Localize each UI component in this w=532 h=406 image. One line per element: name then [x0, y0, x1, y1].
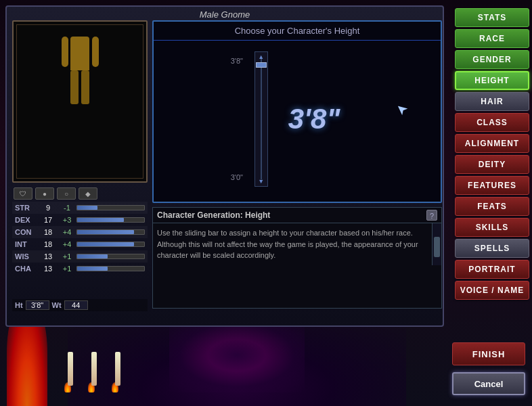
height-slider[interactable]: ▲ ▼ [254, 51, 268, 187]
nav-btn-hair[interactable]: HAIR [455, 92, 529, 111]
nav-btn-alignment[interactable]: ALIGNMENT [455, 134, 529, 153]
stat-bar-int [76, 242, 145, 247]
stats-table: STR 9 -1 DEX 17 +3 CON 18 +4 INT 18 [12, 202, 148, 275]
stat-name-dex: DEX [15, 216, 39, 224]
cancel-label: Cancel [474, 379, 504, 389]
bottom-stats: Ht 3'8" Wt 44 [12, 299, 148, 311]
stat-row-str: STR 9 -1 [12, 202, 148, 214]
nav-btn-deity[interactable]: DEITY [455, 155, 529, 174]
icon-row: 🛡 ● ○ ◆ [12, 186, 148, 201]
stat-name-cha: CHA [15, 265, 39, 273]
stat-name-wis: WIS [15, 252, 39, 261]
icon-coin[interactable]: ● [35, 187, 54, 200]
icon-shield[interactable]: 🛡 [14, 187, 32, 200]
nav-btn-features[interactable]: FEATURES [455, 176, 529, 195]
candle-1-body [68, 352, 73, 386]
info-scrollbar[interactable] [432, 223, 441, 265]
stat-row-wis: WIS 13 +1 [12, 250, 148, 263]
slider-up-arrow[interactable]: ▲ [258, 53, 264, 60]
stat-bar-fill-con [77, 230, 134, 234]
info-body: Use the sliding bar to assign a height t… [153, 223, 441, 265]
stat-mod-str: -1 [58, 204, 76, 212]
stat-row-con: CON 18 +4 [12, 226, 148, 238]
slider-wrapper: 3'8" ▲ ▼ 3'0" [254, 51, 268, 187]
ht-value: 3'8" [26, 300, 49, 310]
stat-val-con: 18 [39, 228, 58, 236]
figure-leg-left [70, 70, 79, 104]
stat-bar-fill-int [77, 242, 134, 246]
height-content: 3'8" ▲ ▼ 3'0" 3'8" ➤ [154, 41, 441, 197]
character-figure [14, 22, 146, 181]
help-button[interactable]: ? [426, 210, 437, 221]
height-current-value: 3'8" [288, 103, 340, 135]
stat-mod-dex: +3 [58, 216, 76, 224]
nav-btn-feats[interactable]: FEATS [455, 197, 529, 216]
stat-bar-con [76, 229, 145, 235]
finish-button[interactable]: FINISH [452, 342, 525, 365]
stat-val-str: 9 [39, 204, 58, 212]
stat-bar-wis [76, 254, 145, 259]
figure-arm-right [92, 37, 99, 67]
stat-row-cha: CHA 13 +1 [12, 263, 148, 275]
stat-val-wis: 13 [39, 252, 58, 261]
info-text: Use the sliding bar to assign a height t… [153, 223, 441, 265]
height-label-bottom: 3'0" [231, 173, 243, 181]
stat-val-cha: 13 [39, 265, 58, 273]
wt-label: Wt [52, 301, 62, 309]
stat-mod-con: +4 [58, 228, 76, 236]
stat-row-int: INT 18 +4 [12, 238, 148, 250]
figure-arm-left [62, 37, 68, 67]
stat-val-dex: 17 [39, 216, 58, 224]
stat-val-int: 18 [39, 240, 58, 248]
height-label-top: 3'8" [231, 57, 243, 65]
slider-thumb[interactable] [256, 62, 267, 68]
stat-name-con: CON [15, 228, 39, 236]
scroll-thumb[interactable] [434, 237, 440, 257]
slider-track [261, 59, 262, 179]
nav-btn-stats[interactable]: STATS [455, 8, 529, 27]
stat-mod-wis: +1 [58, 252, 76, 261]
stat-bar-fill-cha [77, 267, 108, 271]
stat-name-int: INT [15, 240, 39, 248]
stat-mod-cha: +1 [58, 265, 76, 273]
slider-down-arrow[interactable]: ▼ [258, 178, 264, 185]
cancel-button[interactable]: Cancel [452, 372, 525, 395]
stat-bar-dex [76, 217, 145, 223]
main-window: Male Gnome 🛡 ● ○ [5, 5, 444, 327]
height-selector: Choose your Character's Height 3'8" ▲ ▼ … [152, 20, 442, 203]
nav-btn-gender[interactable]: GENDER [455, 50, 529, 69]
candle-3-body [115, 352, 120, 386]
candle-2-body [91, 352, 97, 386]
wt-value: 44 [64, 300, 88, 310]
stat-bar-str [76, 205, 145, 210]
figure-torso [70, 37, 89, 70]
character-panel [12, 20, 148, 183]
nav-btn-portrait[interactable]: PORTRAIT [455, 260, 529, 279]
figure-legs [60, 70, 100, 104]
nav-btn-spells[interactable]: SPELLS [455, 239, 529, 258]
character-silhouette [60, 51, 100, 152]
figure-arms [62, 37, 99, 70]
stat-name-str: STR [15, 204, 39, 212]
stat-bar-fill-dex [77, 218, 124, 222]
info-title: Character Generation: Height [157, 210, 270, 220]
nav-btn-height[interactable]: HEIGHT [455, 71, 529, 90]
figure-leg-right [81, 70, 89, 104]
ht-label: Ht [15, 301, 23, 309]
nav-btn-class[interactable]: CLASS [455, 113, 529, 132]
nav-btn-race[interactable]: RACE [455, 29, 529, 48]
cursor-pointer-icon: ➤ [391, 99, 410, 119]
icon-ring[interactable]: ○ [57, 187, 76, 200]
info-header: Character Generation: Height ? [153, 208, 441, 223]
info-area: Character Generation: Height ? Use the s… [152, 207, 442, 309]
stat-bar-fill-wis [77, 254, 108, 258]
nav-btn-voice-name[interactable]: VOICE / NAME [455, 281, 529, 300]
stat-bar-cha [76, 266, 145, 271]
stained-glass [169, 318, 305, 392]
nav-btn-skills[interactable]: SKILLS [455, 218, 529, 237]
stat-bar-fill-str [77, 206, 97, 210]
icon-gem[interactable]: ◆ [79, 187, 97, 200]
right-nav: STATS RACE GENDER HEIGHT HAIR CLASS ALIG… [452, 5, 532, 302]
finish-label: FINISH [472, 349, 506, 359]
stat-row-dex: DEX 17 +3 [12, 214, 148, 226]
